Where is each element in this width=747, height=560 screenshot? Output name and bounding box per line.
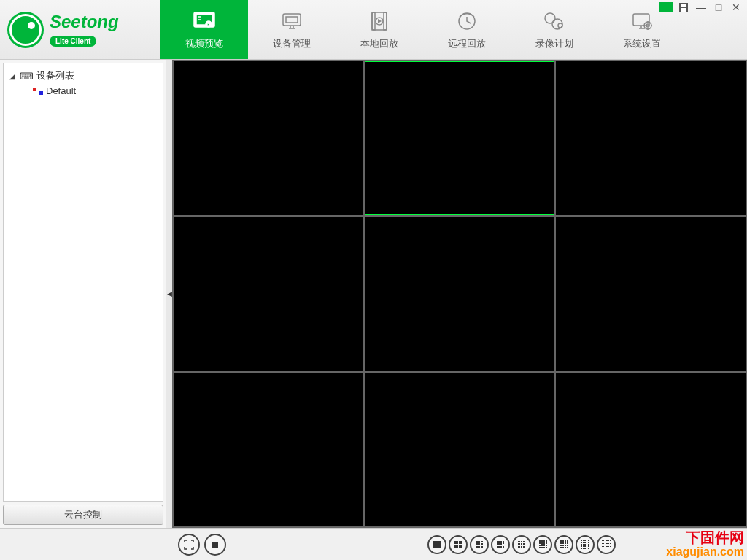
tab-label: 远程回放 — [448, 37, 486, 50]
video-cell-5[interactable] — [556, 217, 746, 370]
lite-client-badge: Lite Client — [50, 36, 96, 47]
tab-remote-playback[interactable]: 远程回放 — [423, 0, 511, 59]
svg-point-10 — [545, 13, 555, 23]
device-manage-icon — [279, 9, 305, 33]
close-button[interactable]: ✕ — [729, 1, 743, 13]
layout-6-button[interactable] — [470, 535, 489, 554]
svg-rect-7 — [372, 12, 375, 30]
layout-controls — [427, 535, 616, 554]
app-title: Seetong — [50, 13, 119, 31]
stop-button[interactable] — [204, 534, 226, 556]
video-cell-3[interactable] — [174, 217, 363, 370]
layout-25-button[interactable] — [576, 535, 595, 554]
sidebar: ◢ ⌨ 设备列表 Default 云台控制 — [0, 60, 166, 528]
logo-area: Seetong Lite Client — [0, 0, 160, 59]
video-area — [172, 60, 747, 528]
tree-root-device-list[interactable]: ◢ ⌨ 设备列表 — [7, 68, 160, 84]
top-bar: Seetong Lite Client 视频预览 设备管理 本地回放 — [0, 0, 747, 60]
svg-rect-19 — [212, 542, 218, 548]
tab-label: 视频预览 — [185, 37, 223, 50]
device-tree: ◢ ⌨ 设备列表 Default — [3, 63, 163, 502]
tab-label: 本地回放 — [360, 37, 398, 50]
bottom-toolbar — [0, 528, 747, 560]
video-cell-0[interactable] — [174, 61, 363, 215]
tree-item-label: Default — [46, 85, 76, 96]
layout-16-button[interactable] — [554, 535, 573, 554]
layout-4-button[interactable] — [449, 535, 468, 554]
expand-arrow-icon: ◢ — [9, 72, 17, 80]
video-cell-4[interactable] — [365, 217, 554, 370]
status-indicator-icon — [659, 2, 673, 12]
video-cell-6[interactable] — [174, 373, 363, 526]
playback-controls — [178, 534, 226, 556]
logo-text: Seetong Lite Client — [50, 13, 119, 47]
main-area: ◢ ⌨ 设备列表 Default 云台控制 ◀ — [0, 60, 747, 528]
video-cell-1[interactable] — [365, 61, 554, 215]
layout-1-button[interactable] — [427, 535, 446, 554]
svg-rect-8 — [384, 12, 387, 30]
tab-local-playback[interactable]: 本地回放 — [336, 0, 423, 59]
window-controls: — □ ✕ — [659, 1, 743, 13]
maximize-button[interactable]: □ — [712, 1, 725, 13]
video-preview-icon — [191, 9, 217, 33]
layout-8-button[interactable] — [491, 535, 510, 554]
fullscreen-button[interactable] — [178, 534, 200, 556]
tab-record-plan[interactable]: 录像计划 — [511, 0, 598, 59]
layout-9-button[interactable] — [512, 535, 531, 554]
svg-rect-17 — [681, 4, 686, 7]
minimize-button[interactable]: — — [694, 1, 708, 13]
tab-label: 设备管理 — [273, 37, 311, 50]
video-cell-7[interactable] — [365, 373, 554, 526]
ptz-control-button[interactable]: 云台控制 — [3, 505, 163, 525]
device-group-icon — [33, 88, 43, 95]
system-settings-icon — [629, 9, 655, 33]
app-logo-icon — [7, 12, 44, 48]
video-cell-8[interactable] — [556, 373, 746, 526]
save-icon[interactable] — [677, 1, 690, 13]
remote-playback-icon — [454, 9, 480, 33]
tab-label: 系统设置 — [623, 37, 661, 50]
tab-device-manage[interactable]: 设备管理 — [248, 0, 336, 59]
keyboard-icon: ⌨ — [20, 71, 34, 82]
layout-36-button[interactable] — [597, 535, 616, 554]
tab-label: 录像计划 — [535, 37, 573, 50]
tab-video-preview[interactable]: 视频预览 — [160, 0, 248, 59]
video-cell-2[interactable] — [556, 61, 746, 215]
tree-item-default[interactable]: Default — [7, 84, 160, 98]
sidebar-collapse-handle[interactable]: ◀ — [166, 60, 172, 528]
local-playback-icon — [366, 9, 392, 33]
layout-13-button[interactable] — [533, 535, 552, 554]
record-plan-icon — [541, 9, 568, 33]
svg-rect-4 — [286, 17, 298, 23]
video-grid — [172, 60, 747, 528]
svg-rect-18 — [681, 8, 686, 12]
tree-root-label: 设备列表 — [36, 69, 74, 82]
